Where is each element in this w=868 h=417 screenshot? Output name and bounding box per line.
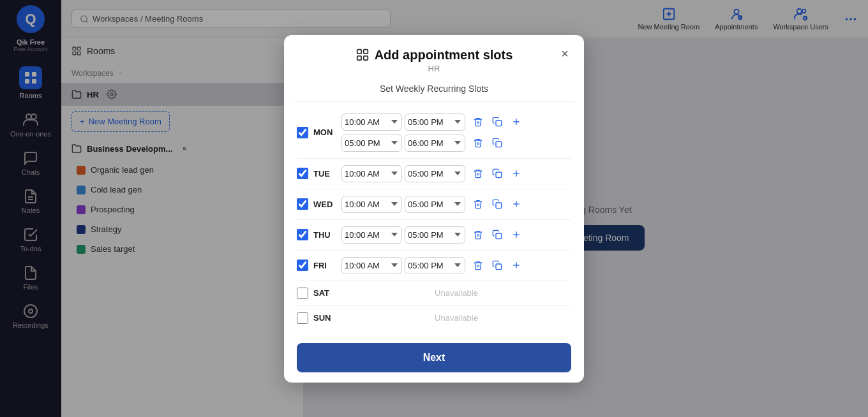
mon-slot1-actions bbox=[470, 114, 524, 129]
thu-slot1-end[interactable]: 05:00 PM bbox=[405, 226, 465, 244]
mon-slots: 10:00 AM 05:00 PM bbox=[341, 113, 571, 152]
day-row-thu: THU 10:00 AM 05:00 PM bbox=[297, 219, 571, 250]
wed-slot1-add[interactable] bbox=[509, 196, 524, 212]
fri-slots: 10:00 AM 05:00 PM bbox=[341, 257, 571, 274]
mon-label: MON bbox=[313, 128, 336, 137]
mon-slot1-add[interactable] bbox=[509, 114, 524, 129]
svg-rect-35 bbox=[357, 56, 361, 60]
tue-slot1-actions bbox=[470, 166, 524, 181]
appointment-icon bbox=[355, 48, 370, 62]
modal-title-row: Add appointment slots bbox=[299, 48, 569, 62]
fri-slot1-start[interactable]: 10:00 AM bbox=[341, 257, 402, 274]
sat-checkbox[interactable] bbox=[297, 288, 308, 299]
day-row-mon: MON 10:00 AM 05:00 PM bbox=[297, 107, 571, 158]
delete-icon bbox=[473, 117, 483, 127]
add-icon bbox=[511, 117, 521, 127]
svg-rect-37 bbox=[496, 121, 502, 126]
wed-slot-1: 10:00 AM 05:00 PM bbox=[341, 196, 571, 213]
modal-title: Add appointment slots bbox=[375, 48, 513, 62]
fri-slot1-copy[interactable] bbox=[490, 258, 505, 273]
sun-label: SUN bbox=[313, 313, 336, 323]
svg-rect-41 bbox=[496, 172, 502, 178]
mon-slot2-delete[interactable] bbox=[470, 135, 486, 150]
copy-icon bbox=[492, 138, 502, 148]
copy-icon bbox=[492, 117, 502, 127]
svg-rect-40 bbox=[496, 142, 502, 147]
day-row-sun: SUN Unavailable bbox=[297, 305, 571, 330]
fri-checkbox[interactable] bbox=[297, 260, 308, 271]
wed-slot1-end[interactable]: 05:00 PM bbox=[405, 196, 465, 213]
mon-slot1-delete[interactable] bbox=[470, 114, 486, 129]
modal-overlay: Add appointment slots HR × Set Weekly Re… bbox=[0, 0, 868, 417]
tue-slot1-delete[interactable] bbox=[470, 166, 486, 181]
wed-slot1-actions bbox=[470, 196, 524, 212]
thu-checkbox[interactable] bbox=[297, 229, 308, 240]
mon-slot1-start[interactable]: 10:00 AM bbox=[341, 113, 402, 131]
mon-slot2-actions bbox=[470, 135, 505, 150]
svg-rect-50 bbox=[496, 264, 502, 270]
sat-unavailable: Unavailable bbox=[341, 288, 571, 298]
thu-slot1-start[interactable]: 10:00 AM bbox=[341, 226, 402, 244]
thu-slot1-delete[interactable] bbox=[470, 227, 486, 242]
tue-label: TUE bbox=[313, 169, 336, 179]
wed-slots: 10:00 AM 05:00 PM bbox=[341, 196, 571, 213]
thu-slot1-copy[interactable] bbox=[490, 227, 505, 242]
wed-slot1-start[interactable]: 10:00 AM bbox=[341, 196, 402, 213]
tue-slot-1: 10:00 AM 05:00 PM bbox=[341, 165, 571, 182]
add-appointment-modal: Add appointment slots HR × Set Weekly Re… bbox=[284, 35, 584, 383]
fri-slot1-end[interactable]: 05:00 PM bbox=[405, 257, 465, 274]
svg-rect-36 bbox=[363, 56, 367, 60]
delete-icon bbox=[473, 138, 483, 148]
wed-checkbox[interactable] bbox=[297, 198, 308, 210]
svg-rect-33 bbox=[357, 50, 361, 54]
tue-slot1-end[interactable]: 05:00 PM bbox=[405, 165, 465, 182]
sat-label: SAT bbox=[313, 288, 336, 298]
fri-slot1-add[interactable] bbox=[509, 258, 524, 273]
mon-slot-1: 10:00 AM 05:00 PM bbox=[341, 113, 571, 131]
day-row-fri: FRI 10:00 AM 05:00 PM bbox=[297, 250, 571, 281]
wed-slot1-copy[interactable] bbox=[490, 196, 505, 212]
next-button[interactable]: Next bbox=[297, 343, 571, 372]
fri-slot-1: 10:00 AM 05:00 PM bbox=[341, 257, 571, 274]
tue-checkbox[interactable] bbox=[297, 168, 308, 179]
day-row-sat: SAT Unavailable bbox=[297, 281, 571, 305]
wed-label: WED bbox=[313, 200, 336, 209]
svg-rect-34 bbox=[363, 50, 367, 54]
mon-slot1-end[interactable]: 05:00 PM bbox=[405, 113, 465, 131]
fri-slot1-actions bbox=[470, 258, 524, 273]
sun-unavailable: Unavailable bbox=[341, 313, 571, 323]
svg-rect-47 bbox=[496, 233, 502, 239]
thu-slot1-add[interactable] bbox=[509, 227, 524, 242]
fri-slot1-delete[interactable] bbox=[470, 258, 486, 273]
sun-checkbox[interactable] bbox=[297, 312, 308, 324]
modal-subtitle: HR bbox=[299, 64, 569, 73]
tue-slot1-add[interactable] bbox=[509, 166, 524, 181]
day-row-tue: TUE 10:00 AM 05:00 PM bbox=[297, 158, 571, 189]
mon-slot2-end[interactable]: 06:00 PM bbox=[405, 135, 465, 152]
mon-checkbox[interactable] bbox=[297, 127, 308, 138]
mon-slot1-copy[interactable] bbox=[490, 114, 505, 129]
modal-header: Add appointment slots HR × bbox=[284, 35, 584, 78]
modal-body: MON 10:00 AM 05:00 PM bbox=[284, 102, 584, 335]
tue-slots: 10:00 AM 05:00 PM bbox=[341, 165, 571, 182]
mon-slot2-copy[interactable] bbox=[490, 135, 505, 150]
modal-close-button[interactable]: × bbox=[556, 45, 574, 63]
mon-slot2-start[interactable]: 05:00 PM bbox=[341, 135, 402, 152]
day-row-wed: WED 10:00 AM 05:00 PM bbox=[297, 189, 571, 219]
thu-label: THU bbox=[313, 230, 336, 240]
modal-section-title: Set Weekly Recurring Slots bbox=[294, 78, 574, 102]
modal-footer: Next bbox=[284, 335, 584, 383]
thu-slot-1: 10:00 AM 05:00 PM bbox=[341, 226, 571, 244]
thu-slot1-actions bbox=[470, 227, 524, 242]
fri-label: FRI bbox=[313, 261, 336, 270]
mon-slot-2: 05:00 PM 06:00 PM bbox=[341, 135, 571, 152]
wed-slot1-delete[interactable] bbox=[470, 196, 486, 212]
tue-slot1-start[interactable]: 10:00 AM bbox=[341, 165, 402, 182]
svg-rect-44 bbox=[496, 203, 502, 208]
tue-slot1-copy[interactable] bbox=[490, 166, 505, 181]
thu-slots: 10:00 AM 05:00 PM bbox=[341, 226, 571, 244]
